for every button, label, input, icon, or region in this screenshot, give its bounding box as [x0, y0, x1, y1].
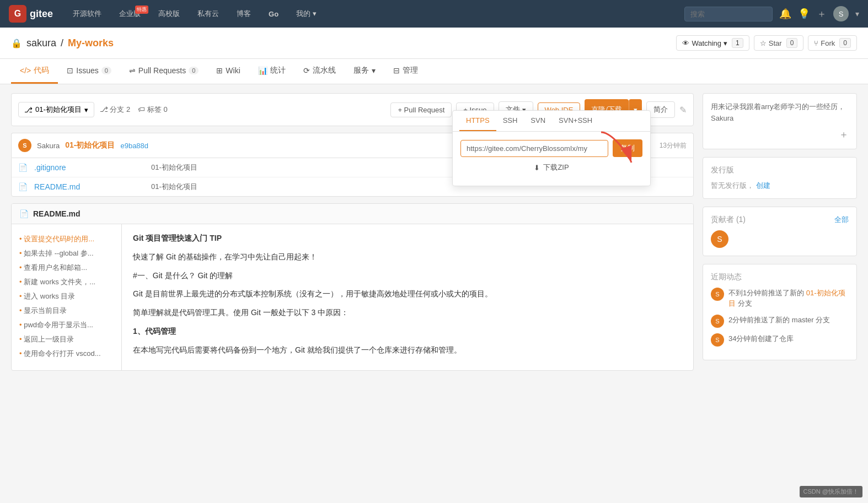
edit-icon[interactable]: ✎ — [679, 105, 687, 115]
commit-author-avatar[interactable]: S — [18, 139, 31, 152]
eye-icon: 👁 — [682, 39, 689, 47]
activity-avatar: S — [711, 315, 724, 328]
clone-tab-svn[interactable]: SVN — [524, 111, 552, 131]
repo-header: 🔒 sakura / My-works 👁 Watching ▾ 1 ☆ Sta… — [0, 28, 868, 59]
toc-item[interactable]: 新建 works 文件夹，... — [19, 275, 114, 289]
content-right: 用来记录我跟着arry老师学习的一些经历，Sakura ＋ 发行版 暂无发行版，… — [703, 93, 857, 371]
activity-branch-link[interactable]: 01-初始化项目 — [728, 289, 845, 308]
readme-section1-title: #一、Git 是什么？ Git 的理解 — [133, 269, 682, 283]
contributor-list: S — [711, 230, 849, 248]
clone-tab-https[interactable]: HTTPS — [459, 111, 496, 131]
plus-icon[interactable]: ＋ — [817, 7, 827, 20]
clone-tab-ssh[interactable]: SSH — [496, 111, 524, 131]
repo-name[interactable]: My-works — [68, 37, 114, 49]
activity-text: 34分钟前创建了仓库 — [728, 333, 794, 344]
nav-blog[interactable]: 博客 — [233, 7, 254, 21]
logo-text: gitee — [30, 8, 53, 20]
nav-enterprise[interactable]: 企业版 特惠 — [116, 7, 144, 21]
branch-select-button[interactable]: ⎇ 01-初始化项目 ▾ — [18, 102, 94, 117]
commit-author[interactable]: Sakura — [37, 142, 60, 150]
activity-text: 不到1分钟前推送了新的 01-初始化项目 分支 — [728, 288, 849, 309]
nav-university[interactable]: 高校版 — [155, 7, 183, 21]
nav-go[interactable]: Go — [265, 8, 282, 20]
contributor-avatar[interactable]: S — [711, 230, 728, 248]
avatar[interactable]: S — [833, 6, 849, 21]
file-icon-gitignore: 📄 — [18, 163, 28, 172]
issues-badge: 0 — [101, 67, 111, 74]
file-name[interactable]: README.md — [34, 182, 144, 191]
download-icon: ⬇ — [534, 164, 540, 172]
star-button[interactable]: ☆ Star 0 — [754, 35, 804, 51]
avatar-arrow: ▾ — [855, 9, 859, 18]
tab-code[interactable]: </> 代码 — [11, 59, 58, 84]
contributors-header: 贡献者 (1) 全部 — [711, 215, 849, 225]
nav-opensource[interactable]: 开源软件 — [69, 7, 105, 21]
activity-avatar: S — [711, 288, 724, 301]
services-arrow: ▾ — [372, 66, 376, 75]
tab-services[interactable]: 服务 ▾ — [345, 59, 384, 84]
file-name[interactable]: .gitignore — [34, 163, 144, 172]
toc-item[interactable]: 设置提交代码时的用... — [19, 232, 114, 246]
tab-manage[interactable]: ⊟ 管理 — [384, 59, 427, 84]
toc-item[interactable]: pwd命令用于显示当... — [19, 318, 114, 332]
tab-pullrequests[interactable]: ⇌ Pull Requests 0 — [120, 59, 208, 84]
issues-icon: ⊡ — [67, 66, 73, 75]
pipeline-icon: ⟳ — [303, 66, 310, 75]
fork-count: 0 — [839, 38, 851, 48]
logo[interactable]: G gitee — [9, 5, 53, 23]
tab-stats[interactable]: 📊 统计 — [249, 59, 294, 84]
tab-wiki[interactable]: ⊞ Wiki — [207, 59, 249, 84]
sidebar-release: 发行版 暂无发行版， 创建 — [703, 157, 857, 199]
file-icon-readme: 📄 — [18, 182, 28, 191]
lightbulb-icon[interactable]: 💡 — [798, 8, 810, 20]
toc-item[interactable]: 如果去掉 --global 参... — [19, 246, 114, 261]
commit-hash[interactable]: e9ba88d — [120, 142, 148, 150]
activity-item: S 2分钟前推送了新的 master 分支 — [711, 315, 849, 328]
branch-icon: ⎇ — [24, 106, 33, 114]
bell-icon[interactable]: 🔔 — [779, 8, 791, 20]
commit-branch[interactable]: 01-初始化项目 — [65, 140, 115, 150]
star-count: 0 — [786, 38, 798, 48]
sidebar-contributors: 贡献者 (1) 全部 S — [703, 207, 857, 256]
toc-item[interactable]: 查看用户名和邮箱... — [19, 261, 114, 275]
enterprise-badge: 特惠 — [135, 6, 148, 14]
branch-info: ⎇ 分支 2 🏷 标签 0 — [100, 105, 168, 115]
readme-section1-text: Git 是目前世界上最先进的分布式版本控制系统（没有之一），用于敏捷高效地处理任… — [133, 288, 682, 301]
clone-url-input[interactable] — [460, 140, 608, 157]
release-title: 发行版 — [711, 165, 849, 175]
repo-owner[interactable]: sakura — [26, 37, 56, 49]
pull-request-button[interactable]: + Pull Request — [390, 102, 452, 117]
toc-item[interactable]: 显示当前目录 — [19, 304, 114, 318]
pr-badge: 0 — [189, 67, 199, 74]
pr-icon: ⇌ — [129, 66, 136, 75]
watch-button[interactable]: 👁 Watching ▾ 1 — [676, 35, 749, 51]
star-icon: ☆ — [760, 39, 767, 47]
activity-item: S 不到1分钟前推送了新的 01-初始化项目 分支 — [711, 288, 849, 309]
toc-item[interactable]: 返回上一级目录 — [19, 332, 114, 347]
contributors-all-link[interactable]: 全部 — [834, 215, 849, 225]
release-create-link[interactable]: 创建 — [756, 181, 770, 190]
nav-privatecloud[interactable]: 私有云 — [194, 7, 222, 21]
readme-header: 📄 README.md — [12, 204, 693, 224]
toc-item[interactable]: 进入 works 目录 — [19, 289, 114, 304]
fork-icon: ⑂ — [814, 39, 818, 47]
tags-info[interactable]: 🏷 标签 0 — [138, 105, 167, 115]
fork-button[interactable]: ⑂ Fork 0 — [808, 35, 857, 51]
wiki-icon: ⊞ — [216, 66, 223, 75]
readme-content: Git 项目管理快速入门 TIP 快速了解 Git 的基础操作，在学习中先让自己… — [122, 224, 693, 370]
repo-title: 🔒 sakura / My-works — [11, 37, 114, 49]
nav-mine[interactable]: 我的 ▾ — [293, 7, 320, 21]
activity-avatar: S — [711, 333, 724, 347]
sidebar-intro-text: 用来记录我跟着arry老师学习的一些经历，Sakura — [711, 101, 849, 125]
toc-item[interactable]: 使用命令行打开 vscod... — [19, 347, 114, 361]
readme-title: README.md — [33, 209, 81, 218]
repo-actions: 👁 Watching ▾ 1 ☆ Star 0 ⑂ Fork 0 — [676, 35, 857, 51]
search-input[interactable] — [684, 7, 773, 21]
branch-arrow: ▾ — [84, 106, 88, 114]
add-topic-icon[interactable]: ＋ — [839, 129, 849, 140]
branches-info[interactable]: ⎇ 分支 2 — [100, 105, 130, 115]
tab-issues[interactable]: ⊡ Issues 0 — [58, 59, 120, 84]
tab-pipeline[interactable]: ⟳ 流水线 — [294, 59, 345, 84]
clone-tab-svnssh[interactable]: SVN+SSH — [552, 111, 599, 131]
tag-icon: 🏷 — [138, 105, 145, 113]
